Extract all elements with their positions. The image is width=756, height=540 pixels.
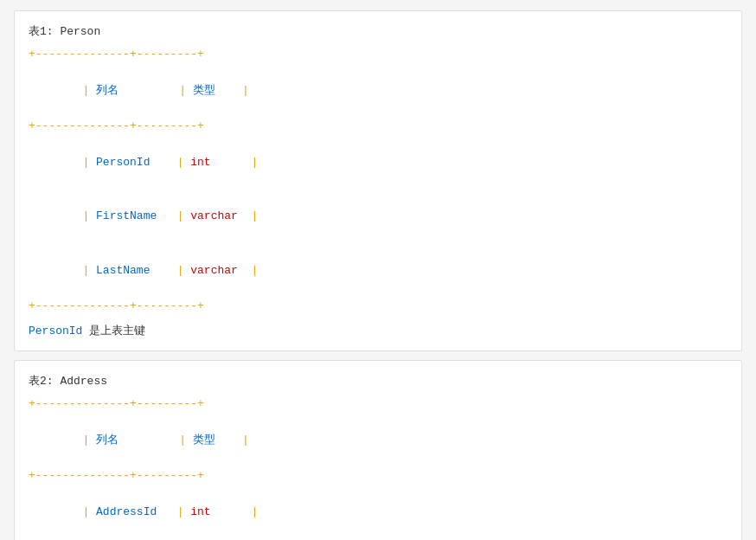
table1-row2: | FirstName | varchar | <box>29 190 727 243</box>
table1-row3: | LastName | varchar | <box>29 244 727 298</box>
table1-border-mid: +--------------+---------+ <box>29 118 727 136</box>
table1-section: 表1: Person +--------------+---------+ | … <box>14 10 742 351</box>
table2-section: 表2: Address +--------------+---------+ |… <box>14 360 742 540</box>
table2-label: 表2: Address <box>29 373 727 389</box>
table1-ascii: +--------------+---------+ | 列名 | 类型 | +… <box>29 46 727 316</box>
table1-pk-field: PersonId <box>29 325 82 338</box>
table2-border-mid: +--------------+---------+ <box>29 467 727 485</box>
table1-header: | 列名 | 类型 | <box>29 64 727 118</box>
table2-num: 表2: Address <box>29 375 107 388</box>
page-container: 表1: Person +--------------+---------+ | … <box>0 0 756 540</box>
table1-pk-note: PersonId 是上表主键 <box>29 323 727 338</box>
table1-num: 表1: Person <box>29 25 100 38</box>
table2-row1: | AddressId | int | <box>29 485 727 539</box>
table1-border-top: +--------------+---------+ <box>29 46 727 64</box>
table2-border-top: +--------------+---------+ <box>29 395 727 414</box>
table1-border-bot: +--------------+---------+ <box>29 298 727 316</box>
table2-header: | 列名 | 类型 | <box>29 414 727 467</box>
table1-row1: | PersonId | int | <box>29 136 727 190</box>
table1-pk-suffix: 是上表主键 <box>82 325 145 338</box>
table2-ascii: +--------------+---------+ | 列名 | 类型 | +… <box>29 395 727 540</box>
table1-label: 表1: Person <box>29 23 727 39</box>
